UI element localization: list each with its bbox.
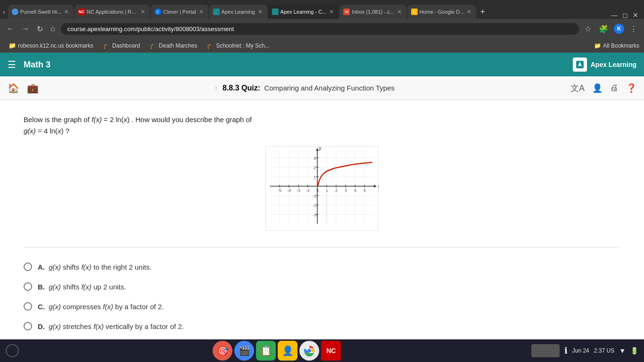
radio-d[interactable] <box>24 322 32 330</box>
tab-apex2-active[interactable]: Apex Learning - C... ✕ <box>268 5 339 19</box>
tab-gmail[interactable]: M Inbox (1,081) - z... ✕ <box>339 5 406 19</box>
taskbar-date: Jun 24 <box>572 347 589 354</box>
app-topbar: ☰ Math 3 Apex Learning <box>0 53 644 76</box>
home-icon[interactable]: 🏠 <box>8 82 19 94</box>
taskbar-app-1[interactable]: 🎯 <box>213 341 232 361</box>
tab-googledoc-close[interactable]: ✕ <box>466 8 472 16</box>
tab-gmail-close[interactable]: ✕ <box>396 8 403 16</box>
svg-text:-4: -4 <box>287 188 291 193</box>
taskbar-notification-icon[interactable]: ℹ <box>564 346 568 356</box>
taskbar: 🎯 🎬 📋 👤 NC ℹ Jun 24 2:37 US ▼ 🔋 <box>0 339 644 362</box>
taskbar-chrome-icon[interactable] <box>299 341 319 361</box>
tab-clever-title: Clever | Portal <box>163 9 196 15</box>
tab-purnell[interactable]: Purnell Swett Hi... ✕ <box>8 5 74 19</box>
forward-button[interactable]: → <box>20 23 31 35</box>
new-tab-button[interactable]: + <box>477 5 488 19</box>
tab-googledoc-title: Home - Google D... <box>420 9 464 15</box>
tab-nc-apps[interactable]: NC NC Applications | Re... ✕ <box>74 5 150 19</box>
bookmark-robeson[interactable]: 📁 robeson.k12.nc.us bookmarks <box>5 41 97 50</box>
taskbar-circle-button[interactable] <box>6 344 19 357</box>
radio-b[interactable] <box>24 282 32 291</box>
home-nav-button[interactable]: ⌂ <box>49 23 57 35</box>
tab-nav-arrows[interactable]: ‹ <box>0 5 8 19</box>
tab-apex1[interactable]: Apex Learning ✕ <box>209 5 267 19</box>
all-bookmarks-button[interactable]: 📁 All Bookmarks <box>594 42 639 49</box>
help-icon[interactable]: ❓ <box>626 83 636 93</box>
bookmark-star-icon[interactable]: ☆ <box>583 23 593 35</box>
back-button[interactable]: ← <box>5 23 16 35</box>
tab-apex2-close[interactable]: ✕ <box>328 8 335 16</box>
tab-apex1-close[interactable]: ✕ <box>257 8 264 16</box>
minimize-button[interactable]: — <box>611 11 618 19</box>
option-b-rest: up 2 units. <box>93 283 126 291</box>
option-b-label: B. <box>38 283 45 291</box>
option-d-gx: g <box>49 322 52 330</box>
tab-bar: ‹ Purnell Swett Hi... ✕ NC NC Applicatio… <box>0 0 644 19</box>
gx-paren: (x) <box>27 127 36 135</box>
option-b-gx: g <box>49 283 52 291</box>
option-c-rest: by a factor of 2. <box>115 303 164 311</box>
profile-avatar[interactable]: K <box>614 24 624 34</box>
translate-icon[interactable]: 文A <box>570 82 585 94</box>
option-a[interactable]: A. g(x) shifts f(x) to the right 2 units… <box>24 257 620 277</box>
option-a-fx-paren: (x) <box>83 263 92 271</box>
user-icon[interactable]: 👤 <box>592 83 603 93</box>
svg-text:-2: -2 <box>306 188 310 193</box>
taskbar-app-2[interactable]: 🎬 <box>234 341 254 361</box>
bookmark-dashboard[interactable]: 🎓 Dashboard <box>99 41 144 50</box>
svg-text:y: y <box>319 146 322 151</box>
question-text-before: Below is the graph of <box>24 115 91 123</box>
radio-c[interactable] <box>24 302 32 311</box>
option-a-text: shifts <box>63 263 81 271</box>
reload-button[interactable]: ↻ <box>35 23 45 35</box>
nav-icons: ☆ 🧩 K ⋮ <box>583 23 639 35</box>
taskbar-app-3[interactable]: 📋 <box>256 341 276 361</box>
bookmark-schoolnet[interactable]: 🎓 Schoolnet : My Sch... <box>203 41 273 50</box>
tab-clever[interactable]: C Clever | Portal ✕ <box>151 5 208 19</box>
taskbar-app-4[interactable]: 👤 <box>278 341 297 361</box>
tab-clever-close[interactable]: ✕ <box>198 8 205 16</box>
print-icon[interactable]: 🖨 <box>610 83 619 93</box>
bookmarks-bar: 📁 robeson.k12.nc.us bookmarks 🎓 Dashboar… <box>0 39 644 53</box>
extension-icon[interactable]: 🧩 <box>597 23 610 35</box>
taskbar-settings-widget <box>531 344 560 357</box>
option-d-fx-paren: (x) <box>95 322 104 330</box>
radio-a[interactable] <box>24 263 32 271</box>
sub-header: 🏠 💼 ↑ 8.8.3 Quiz: Comparing and Analyzin… <box>0 76 644 100</box>
option-d-gx-paren: (x) <box>53 322 61 330</box>
taskbar-app-nc[interactable]: NC <box>321 341 341 361</box>
bookmark-schoolnet-label: Schoolnet : My Sch... <box>216 42 269 49</box>
option-a-label: A. <box>38 263 45 271</box>
tab-googledoc[interactable]: G Home - Google D... ✕ <box>407 5 477 19</box>
option-c[interactable]: C. g(x) compresses f(x) by a factor of 2… <box>24 296 620 316</box>
option-d[interactable]: D. g(x) stretches f(x) vertically by a f… <box>24 316 620 336</box>
browser-frame: ‹ Purnell Swett Hi... ✕ NC NC Applicatio… <box>0 0 644 53</box>
hamburger-menu-icon[interactable]: ☰ <box>8 59 16 70</box>
option-c-gx-paren: (x) <box>53 303 61 311</box>
gx-eq: = 4 ln( <box>36 127 58 135</box>
option-b[interactable]: B. g(x) shifts f(x) up 2 units. <box>24 277 620 296</box>
fx-x: x <box>124 115 127 123</box>
portfolio-icon[interactable]: 💼 <box>27 82 39 94</box>
taskbar-left <box>6 344 23 357</box>
svg-rect-2 <box>265 146 379 231</box>
restore-button[interactable]: ◻ <box>622 11 628 19</box>
tab-purnell-close[interactable]: ✕ <box>63 8 70 16</box>
option-c-label: C. <box>38 303 45 311</box>
tab-gmail-title: Inbox (1,081) - z... <box>352 9 394 15</box>
more-options-icon[interactable]: ⋮ <box>628 23 639 35</box>
option-c-fx-paren: (x) <box>105 303 113 311</box>
close-window-button[interactable]: ✕ <box>633 11 638 19</box>
svg-text:2: 2 <box>314 165 316 170</box>
svg-text:-3: -3 <box>313 213 316 217</box>
bookmark-death-marches[interactable]: 🎓 Death Marches <box>146 41 201 50</box>
tab-nc-apps-close[interactable]: ✕ <box>140 8 146 16</box>
option-d-text: stretches <box>63 322 93 330</box>
function-graph: x y -5 -4 -3 -2 -1 1 2 3 4 5 -3 -2 -1 <box>265 146 379 231</box>
option-d-label: D. <box>38 322 45 330</box>
option-b-text: shifts <box>63 283 81 291</box>
address-bar[interactable] <box>61 23 579 35</box>
answer-options: A. g(x) shifts f(x) to the right 2 units… <box>24 257 620 336</box>
bookmark-robeson-label: robeson.k12.nc.us bookmarks <box>18 42 93 49</box>
apex-logo: Apex Learning <box>573 58 636 72</box>
